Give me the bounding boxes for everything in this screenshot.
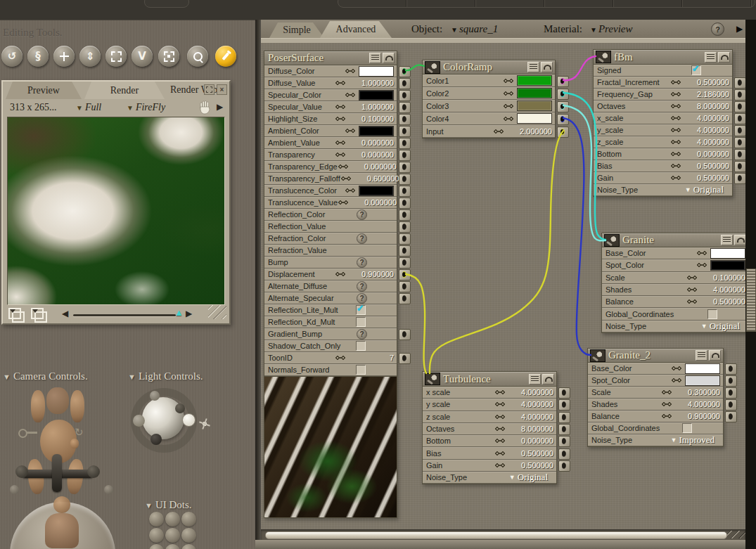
input-plug[interactable] [558,412,570,423]
param-value[interactable]: 7 [349,354,394,362]
animate-key-icon[interactable] [670,139,682,145]
animate-key-icon[interactable] [335,140,347,146]
param-value[interactable]: 0.100000 [700,273,745,282]
animate-key-icon[interactable] [493,129,505,134]
camera-head-icon[interactable] [46,387,69,414]
input-plug[interactable] [399,102,411,113]
frame-back-arrow-icon[interactable]: ◀ [62,309,68,318]
ui-dot[interactable] [165,512,180,527]
ui-dot[interactable] [181,512,196,527]
param-value[interactable]: 4.000000 [675,400,720,408]
input-plug[interactable] [557,89,569,100]
node-menu-icon[interactable] [696,350,707,361]
node-collapse-icon[interactable] [709,350,721,361]
input-plug[interactable] [558,436,570,447]
close-icon[interactable]: × [217,84,227,95]
input-plug[interactable] [558,424,570,435]
param-value[interactable]: 0.900000 [349,270,394,278]
material-selector[interactable]: ▼Preview [589,23,633,35]
input-plug[interactable] [734,149,746,160]
object-selector[interactable]: ▼square_1 [449,23,498,35]
input-plug[interactable] [557,127,569,138]
input-plug[interactable] [725,411,737,422]
ui-dots-label[interactable]: ▼UI Dots. [145,499,192,511]
node-header[interactable]: ColorRamp [423,60,555,75]
animate-key-icon[interactable] [670,91,682,97]
input-plug[interactable] [399,78,411,89]
animate-key-icon[interactable] [670,151,682,157]
animate-key-icon[interactable] [686,287,698,292]
compare-render-2-icon[interactable] [31,308,44,319]
animate-key-icon[interactable] [338,200,350,205]
twist-tool[interactable]: § [27,46,49,67]
checkbox[interactable] [356,317,366,327]
param-value[interactable]: 2.000000 [507,127,552,136]
animate-key-icon[interactable] [335,80,347,86]
noise-type-dropdown[interactable]: ▼Improved [671,434,715,446]
animate-key-icon[interactable] [670,175,682,181]
input-plug[interactable] [399,245,411,257]
animate-key-icon[interactable] [494,389,506,395]
noise-type-dropdown[interactable]: ▼Original [685,184,724,195]
input-plug[interactable] [399,162,411,173]
chain-break-tool[interactable] [158,46,179,67]
light-dot-right-dark[interactable] [175,403,185,413]
param-value[interactable]: 0.500000 [684,174,729,182]
animate-key-icon[interactable] [670,103,682,109]
translate-pull-tool[interactable] [53,46,75,67]
input-plug[interactable] [734,161,746,172]
input-plug[interactable] [557,76,569,87]
param-value[interactable]: 4.000000 [684,138,729,146]
animate-key-icon[interactable] [670,115,682,121]
node-menu-icon[interactable] [527,62,539,72]
animate-key-icon[interactable] [661,389,673,395]
help-badge[interactable]: ? [357,293,367,304]
input-plug[interactable] [399,293,411,304]
param-value[interactable]: 0.500000 [508,461,553,470]
param-value[interactable]: 0.500000 [684,162,729,170]
color-swatch[interactable] [517,75,552,86]
node-collapse-icon[interactable] [541,62,553,72]
animate-key-icon[interactable] [696,262,708,268]
animate-key-icon[interactable] [494,426,506,432]
frame-slider-thumb[interactable]: ▲ [174,307,184,318]
input-plug[interactable] [399,198,411,209]
input-plug[interactable] [399,126,411,137]
help-badge[interactable]: ? [357,257,367,268]
input-plug[interactable] [734,101,746,112]
animate-key-icon[interactable] [340,176,352,181]
panel-next-arrow-icon[interactable]: ▶ [217,102,223,112]
animate-key-icon[interactable] [335,271,347,277]
input-plug[interactable] [725,363,737,375]
frame-forward-arrow-icon[interactable]: ▶ [186,309,192,318]
light-controls-label[interactable]: ▼Light Controls. [128,370,203,382]
param-value[interactable]: 0.000000 [349,150,394,159]
color-swatch[interactable] [517,101,552,111]
param-value[interactable]: 1.000000 [349,103,394,111]
param-value[interactable]: 8.000000 [508,425,553,433]
animate-key-icon[interactable] [503,103,515,109]
node-header[interactable]: fBm [594,50,732,65]
animate-key-icon[interactable] [671,366,683,371]
param-value[interactable]: 0.000000 [352,198,397,207]
input-plug[interactable] [399,257,411,269]
input-plug[interactable] [399,233,411,245]
checkbox[interactable]: ✓ [691,65,701,75]
node-output-plug-icon[interactable] [596,51,611,63]
color-swatch[interactable] [710,260,745,271]
node-header[interactable]: PoserSurface [264,51,397,65]
animate-key-icon[interactable] [345,68,357,74]
checkbox[interactable] [356,365,366,375]
param-value[interactable]: 0.000000 [352,162,397,171]
input-plug[interactable] [558,387,570,399]
color-swatch[interactable] [359,90,394,101]
node-menu-icon[interactable] [721,235,733,245]
render-quality-dropdown[interactable]: ▼Full [76,102,101,113]
color-tool[interactable] [215,46,236,67]
input-plug[interactable] [399,174,411,185]
animate-key-icon[interactable] [335,104,347,110]
color-swatch[interactable] [517,113,552,124]
ui-dot[interactable] [181,528,196,543]
input-plug[interactable] [558,460,570,472]
animate-key-icon[interactable] [494,451,506,456]
